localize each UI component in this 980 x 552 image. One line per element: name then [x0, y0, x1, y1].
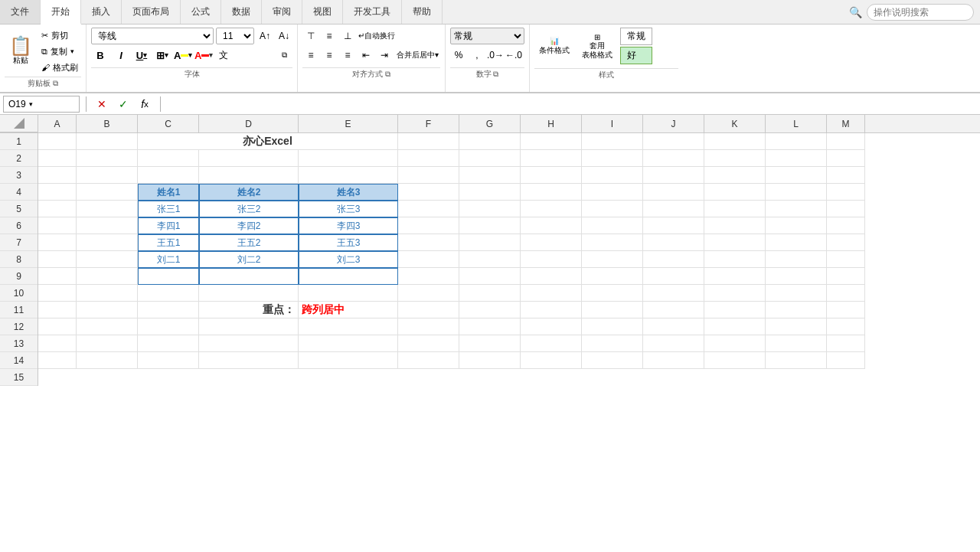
tab-dev[interactable]: 开发工具	[343, 0, 402, 24]
font-color-button[interactable]: A▾	[194, 47, 213, 64]
paste-button[interactable]: 📋 粘贴	[5, 28, 37, 75]
row-num-12[interactable]: 12	[0, 318, 38, 335]
cell-E3[interactable]	[299, 167, 398, 184]
cell-G4[interactable]	[459, 184, 521, 201]
cell-F13[interactable]	[398, 335, 459, 352]
cell-I12[interactable]	[582, 318, 643, 335]
cell-K13[interactable]	[704, 335, 766, 352]
cell-M9[interactable]	[827, 268, 865, 285]
cell-I10[interactable]	[582, 285, 643, 302]
row-num-13[interactable]: 13	[0, 335, 38, 352]
col-header-A[interactable]: A	[38, 115, 77, 132]
cell-D1[interactable]: 亦心Excel	[138, 133, 398, 150]
cell-C14[interactable]	[138, 352, 199, 369]
cell-F1[interactable]	[398, 133, 459, 150]
cell-B11[interactable]	[77, 302, 138, 318]
decrease-decimal-button[interactable]: ←.0	[505, 47, 522, 64]
cell-M10[interactable]	[827, 285, 865, 302]
cell-J7[interactable]	[643, 234, 704, 251]
copy-button[interactable]: ⧉ 复制 ▾	[38, 44, 81, 59]
underline-button[interactable]: U ▾	[132, 47, 151, 64]
cell-J8[interactable]	[643, 251, 704, 268]
cell-E14[interactable]	[299, 352, 398, 369]
cell-L2[interactable]	[766, 150, 827, 167]
cell-K12[interactable]	[704, 318, 766, 335]
tab-file[interactable]: 文件	[0, 0, 41, 24]
cell-K1[interactable]	[704, 133, 766, 150]
cell-C5[interactable]: 张三1	[138, 201, 199, 217]
cell-H9[interactable]	[521, 268, 582, 285]
cell-ref-dropdown[interactable]: ▾	[29, 100, 33, 108]
cell-H3[interactable]	[521, 167, 582, 184]
row-num-8[interactable]: 8	[0, 251, 38, 268]
formula-input[interactable]	[167, 96, 977, 113]
tab-data[interactable]: 数据	[221, 0, 262, 24]
col-header-G[interactable]: G	[459, 115, 521, 132]
indent-decrease-button[interactable]: ⇤	[358, 47, 374, 64]
increase-font-button[interactable]: A↑	[256, 28, 273, 44]
conditional-format-button[interactable]: 📊 条件格式	[534, 34, 574, 59]
cell-B10[interactable]	[77, 285, 138, 302]
cell-C9[interactable]	[138, 268, 199, 285]
cell-H5[interactable]	[521, 201, 582, 217]
copy-dropdown-icon[interactable]: ▾	[70, 47, 74, 55]
cell-G10[interactable]	[459, 285, 521, 302]
cell-B13[interactable]	[77, 335, 138, 352]
cell-G9[interactable]	[459, 268, 521, 285]
cell-B9[interactable]	[77, 268, 138, 285]
cell-F14[interactable]	[398, 352, 459, 369]
cell-J2[interactable]	[643, 150, 704, 167]
cell-G8[interactable]	[459, 251, 521, 268]
cell-L14[interactable]	[766, 352, 827, 369]
cell-J1[interactable]	[643, 133, 704, 150]
cut-button[interactable]: ✂ 剪切	[38, 28, 81, 43]
cell-H13[interactable]	[521, 335, 582, 352]
phonetic-button[interactable]: 文	[215, 47, 232, 64]
cell-I4[interactable]	[582, 184, 643, 201]
cell-M7[interactable]	[827, 234, 865, 251]
format-painter-button[interactable]: 🖌 格式刷	[38, 60, 81, 75]
cell-E4[interactable]: 姓名3	[299, 184, 398, 201]
cell-L6[interactable]	[766, 217, 827, 234]
cell-M2[interactable]	[827, 150, 865, 167]
cell-D4[interactable]: 姓名2	[199, 184, 299, 201]
cell-I7[interactable]	[582, 234, 643, 251]
cell-B5[interactable]	[77, 201, 138, 217]
row-num-5[interactable]: 5	[0, 201, 38, 217]
tab-layout[interactable]: 页面布局	[122, 0, 181, 24]
cell-F10[interactable]	[398, 285, 459, 302]
bold-button[interactable]: B	[91, 47, 109, 64]
cell-F4[interactable]	[398, 184, 459, 201]
cell-D14[interactable]	[199, 352, 299, 369]
cell-C10[interactable]	[138, 285, 199, 302]
cell-F7[interactable]	[398, 234, 459, 251]
cell-K8[interactable]	[704, 251, 766, 268]
cell-F2[interactable]	[398, 150, 459, 167]
col-header-M[interactable]: M	[827, 115, 865, 132]
tab-insert[interactable]: 插入	[81, 0, 122, 24]
cell-L10[interactable]	[766, 285, 827, 302]
cell-A7[interactable]	[38, 234, 77, 251]
cell-E9[interactable]	[299, 268, 398, 285]
cell-G2[interactable]	[459, 150, 521, 167]
search-input[interactable]	[867, 4, 974, 21]
cell-D10[interactable]	[199, 285, 299, 302]
cell-D11[interactable]: 重点：	[199, 302, 299, 318]
underline-dropdown[interactable]: ▾	[143, 51, 147, 59]
cell-M11[interactable]	[827, 302, 865, 318]
cell-reference-box[interactable]: O19 ▾	[3, 96, 80, 113]
row-num-3[interactable]: 3	[0, 167, 38, 184]
cell-A1[interactable]	[38, 133, 77, 150]
cell-D2[interactable]	[199, 150, 299, 167]
clipboard-expand-icon[interactable]: ⧉	[53, 79, 58, 87]
col-header-E[interactable]: E	[299, 115, 398, 132]
cell-D7[interactable]: 王五2	[199, 234, 299, 251]
col-header-I[interactable]: I	[582, 115, 643, 132]
cell-C4[interactable]: 姓名1	[138, 184, 199, 201]
cell-G13[interactable]	[459, 335, 521, 352]
cell-H11[interactable]	[521, 302, 582, 318]
cell-I8[interactable]	[582, 251, 643, 268]
fill-color-button[interactable]: A▾	[174, 47, 192, 64]
cell-E11[interactable]: 跨列居中	[299, 302, 398, 318]
cell-C13[interactable]	[138, 335, 199, 352]
